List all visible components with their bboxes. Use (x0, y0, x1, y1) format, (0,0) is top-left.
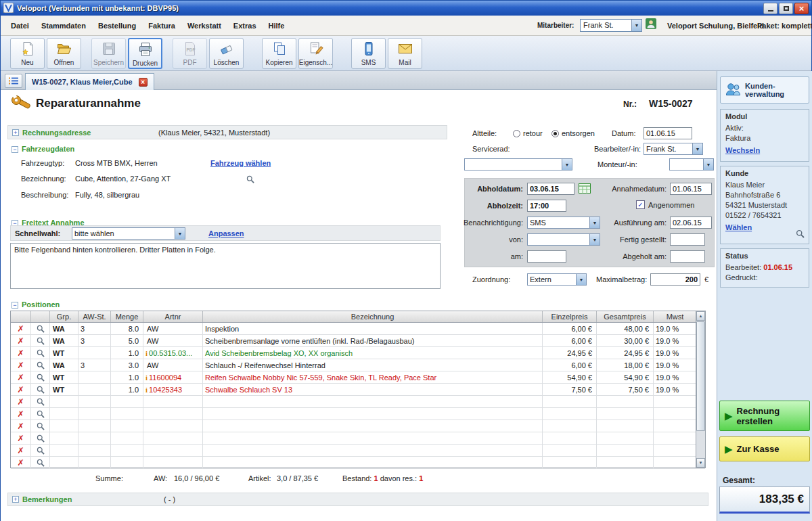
maximize-button[interactable] (779, 3, 793, 14)
delete-row-icon[interactable]: ✗ (11, 335, 31, 346)
delete-row-icon[interactable]: ✗ (11, 408, 31, 420)
rechnung-erstellen-button[interactable]: ▶ Rechnung erstellen (719, 401, 810, 431)
anpassen-link[interactable]: Anpassen (208, 229, 244, 237)
col-einzelpreis[interactable]: Einzelpreis (543, 311, 597, 322)
angenommen-checkbox[interactable]: ✓ (636, 200, 645, 209)
menu-bestellung[interactable]: Bestellung (92, 19, 142, 32)
mitarbeiter-select[interactable]: Frank St. ▼ (580, 19, 642, 32)
fahrzeug-waehlen-link[interactable]: Fahrzeug wählen (210, 159, 271, 167)
tab-list-button[interactable] (5, 74, 22, 88)
copy-button[interactable]: Kopieren (262, 38, 296, 69)
menu-faktura[interactable]: Faktura (142, 19, 181, 32)
bemerkungen-label[interactable]: Bemerkungen (22, 495, 72, 503)
close-button[interactable]: × (794, 3, 809, 14)
fertig-input[interactable] (670, 233, 705, 246)
delete-row-icon[interactable]: ✗ (11, 445, 31, 456)
servicerad-select[interactable]: ▼ (464, 158, 572, 171)
calendar-icon[interactable] (579, 183, 591, 195)
row-search-icon[interactable] (31, 384, 50, 395)
minimize-button[interactable] (763, 3, 777, 14)
abholdatum-input[interactable] (527, 183, 574, 195)
delete-row-icon[interactable]: ✗ (11, 347, 31, 359)
sms-button[interactable]: SMS (351, 38, 386, 69)
maximalbetrag-input[interactable] (650, 273, 700, 286)
waehlen-link[interactable]: Wählen (725, 223, 752, 231)
row-search-icon[interactable] (31, 347, 50, 359)
col-mwst[interactable]: Mwst (654, 311, 697, 322)
mail-button[interactable]: Mail (388, 38, 422, 69)
search-icon[interactable] (246, 175, 254, 185)
menu-stammdaten[interactable]: Stammdaten (35, 19, 92, 32)
open-button[interactable]: Öffnen (47, 38, 81, 69)
new-button[interactable]: Neu (10, 38, 45, 69)
row-search-icon[interactable] (31, 445, 50, 456)
col-grp[interactable]: Grp. (50, 311, 78, 322)
row-search-icon[interactable] (31, 371, 50, 383)
annahmedatum-input[interactable] (670, 183, 712, 195)
scroll-down-icon[interactable]: ▼ (696, 458, 705, 468)
maximize-icon (784, 6, 789, 11)
von-select[interactable]: ▼ (527, 233, 600, 246)
expand-icon[interactable]: + (12, 496, 19, 503)
delete-row-icon[interactable]: ✗ (11, 432, 31, 444)
kunde-search-icon[interactable] (796, 229, 805, 240)
table-scrollbar[interactable]: ▲ ▼ (696, 311, 705, 468)
delete-row-icon[interactable]: ✗ (11, 371, 31, 383)
fahrzeugdaten-label[interactable]: Fahrzeugdaten (22, 145, 74, 153)
kundenverwaltung-button[interactable]: Kunden- verwaltung (720, 76, 809, 104)
collapse-icon[interactable]: − (12, 146, 18, 153)
delete-row-icon[interactable]: ✗ (11, 396, 31, 407)
bearbeiter-select[interactable]: Frank St. ▼ (644, 143, 703, 155)
row-search-icon[interactable] (31, 335, 50, 346)
col-bezeichnung[interactable]: Bezeichnung (203, 311, 543, 322)
table-row: ✗ WA 3 5.0 AW Scheibenbremsanlage vorne … (11, 335, 705, 347)
benachrichtigung-select[interactable]: SMS ▼ (527, 217, 600, 229)
table-row: ✗ WT 1.0 i11600094 Reifen Schwalbe Nobby… (11, 371, 705, 384)
menu-werkstatt[interactable]: Werkstatt (181, 19, 227, 32)
properties-button[interactable]: Eigensch... (298, 38, 333, 69)
entsorgen-radio[interactable] (551, 130, 559, 137)
row-search-icon[interactable] (31, 408, 50, 420)
delete-row-icon[interactable]: ✗ (11, 457, 31, 468)
zur-kasse-button[interactable]: ▶ Zur Kasse (719, 436, 810, 461)
am-input[interactable] (527, 250, 566, 263)
retour-radio[interactable] (513, 130, 520, 137)
row-search-icon[interactable] (31, 396, 50, 407)
delete-row-icon[interactable]: ✗ (11, 420, 31, 432)
collapse-icon[interactable]: − (12, 302, 18, 309)
row-search-icon[interactable] (31, 359, 50, 371)
ausfuehrung-input[interactable] (670, 217, 712, 229)
scroll-thumb[interactable] (696, 321, 705, 431)
col-artnr[interactable]: Artnr (143, 311, 203, 322)
fahrzeugtyp-label: Fahrzeugtyp: (21, 159, 64, 167)
menu-extras[interactable]: Extras (227, 19, 263, 32)
row-search-icon[interactable] (31, 323, 50, 334)
menu-datei[interactable]: Datei (5, 19, 35, 32)
col-awst[interactable]: AW-St. (78, 311, 111, 322)
print-button[interactable]: Drucken (128, 38, 162, 69)
zuordnung-select[interactable]: Extern ▼ (527, 273, 587, 286)
abholzeit-input[interactable] (527, 200, 566, 212)
abgeholt-input[interactable] (670, 250, 705, 263)
row-search-icon[interactable] (31, 432, 50, 444)
delete-button[interactable]: Löschen (209, 38, 244, 69)
tab-active-order[interactable]: W15-0027, Klaus Meier,Cube × (25, 73, 154, 90)
menu-hilfe[interactable]: Hilfe (263, 19, 291, 32)
col-menge[interactable]: Menge (111, 311, 143, 322)
wechseln-link[interactable]: Wechseln (725, 146, 760, 154)
monteur-select[interactable]: ▼ (669, 158, 714, 171)
tab-close-icon[interactable]: × (139, 78, 148, 87)
rechnungsadresse-label[interactable]: Rechnungsadresse (22, 129, 91, 137)
schnellwahl-select[interactable]: bitte wählen ▼ (72, 227, 185, 240)
delete-row-icon[interactable]: ✗ (11, 359, 31, 371)
expand-icon[interactable]: + (12, 129, 19, 136)
scroll-up-icon[interactable]: ▲ (696, 311, 705, 321)
row-search-icon[interactable] (31, 457, 50, 468)
col-gesamtpreis[interactable]: Gesamtpreis (597, 311, 654, 322)
delete-row-icon[interactable]: ✗ (11, 323, 31, 334)
datum-input[interactable] (644, 127, 692, 139)
row-search-icon[interactable] (31, 420, 50, 432)
delete-row-icon[interactable]: ✗ (11, 384, 31, 395)
freitext-textarea[interactable]: Bitte Felgenband hinten kontrollieren. D… (10, 243, 441, 289)
positionen-label[interactable]: Positionen (22, 300, 60, 309)
